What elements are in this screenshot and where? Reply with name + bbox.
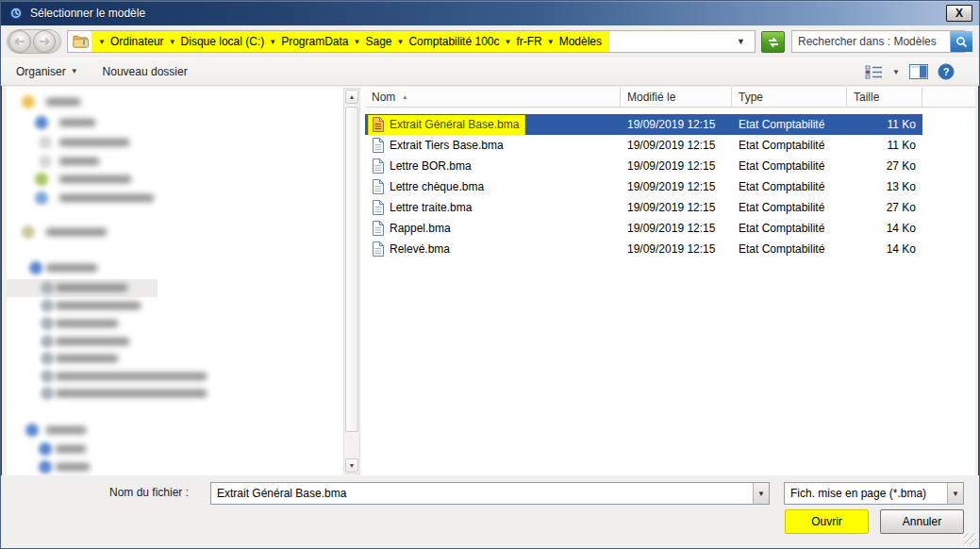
chevron-down-icon[interactable]: ▼ [164,38,181,46]
navigation-bar: ▼Ordinateur▼Disque local (C:)▼ProgramDat… [1,25,979,58]
filename-input[interactable] [211,483,753,504]
table-row[interactable]: Lettre traite.bma19/09/2019 12:15Etat Co… [365,197,922,218]
views-button[interactable] [865,64,883,79]
file-name: Extrait Général Base.bma [390,118,519,131]
chevron-down-icon[interactable]: ▼ [349,38,366,46]
filetype-value[interactable]: Fich. mise en page (*.bma) [785,483,947,504]
file-modified: 19/09/2019 12:15 [621,222,732,235]
file-size: 13 Ko [847,180,922,193]
filetype-dropdown-icon[interactable]: ▼ [947,483,963,504]
file-modified: 19/09/2019 12:15 [621,118,732,131]
help-icon: ? [938,63,955,80]
table-row[interactable]: Extrait Général Base.bma19/09/2019 12:15… [365,114,922,135]
open-button[interactable]: Ouvrir [785,509,869,534]
table-row[interactable]: Extrait Tiers Base.bma19/09/2019 12:15Et… [365,135,922,156]
sidebar-item-icon [39,155,52,168]
file-modified: 19/09/2019 12:15 [621,139,732,152]
sidebar-item-label-redacted [56,338,129,345]
sidebar-item-label-redacted [59,158,99,165]
breadcrumb-item[interactable]: ▼Ordinateur [93,35,164,48]
sidebar-item-icon [35,173,48,186]
column-header-label: Taille [854,91,879,104]
column-header-label: Type [739,91,763,104]
help-button[interactable]: ? [938,63,955,80]
open-label: Ouvrir [811,515,842,528]
breadcrumb-label: Disque local (C:) [181,35,265,48]
file-size: 11 Ko [847,139,922,152]
breadcrumb-item[interactable]: ▼Sage [349,35,392,48]
organize-label: Organiser [16,65,66,78]
chevron-down-icon: ▼ [71,67,78,75]
breadcrumb-label: Ordinateur [110,35,164,48]
table-row[interactable]: Rappel.bma19/09/2019 12:15Etat Comptabil… [365,218,922,239]
table-row[interactable]: Relevé.bma19/09/2019 12:15Etat Comptabil… [365,239,922,259]
cancel-label: Annuler [903,515,941,528]
close-button[interactable]: X [946,5,972,22]
sidebar-item-icon [41,387,54,400]
chevron-down-icon[interactable]: ▼ [542,38,559,46]
filename-dropdown-icon[interactable]: ▼ [753,483,769,504]
views-dropdown[interactable]: ▼ [892,68,900,76]
file-type: Etat Comptabilité [732,180,847,193]
sidebar-item-label-redacted [56,302,141,309]
new-folder-button[interactable]: Nouveau dossier [93,60,197,83]
arrow-left-icon [14,37,25,46]
breadcrumb-item[interactable]: ▼Comptabilité 100c [392,35,500,48]
breadcrumb-item[interactable]: ▼Modèles [542,35,602,48]
scrollbar-thumb[interactable] [345,107,358,432]
sidebar-item-label-redacted [56,445,86,453]
chevron-down-icon[interactable]: ▼ [93,38,110,46]
organize-button[interactable]: Organiser ▼ [7,60,88,83]
sidebar-item-label-redacted [59,139,129,146]
file-dialog-window: Sélectionner le modèle X ▼Ordinateur▼Dis… [0,0,980,549]
chevron-down-icon[interactable]: ▼ [264,38,281,46]
content-area: ▲ ▼ Nom▴Modifié leTypeTaille Extrait Gén… [7,87,975,477]
breadcrumb: ▼Ordinateur▼Disque local (C:)▼ProgramDat… [91,31,609,52]
sidebar-item-label-redacted [56,463,90,471]
file-modified: 19/09/2019 12:15 [621,242,732,256]
breadcrumb-item[interactable]: ▼Disque local (C:) [164,35,265,48]
file-size: 11 Ko [847,118,922,131]
table-row[interactable]: Lettre chèque.bma19/09/2019 12:15Etat Co… [365,176,922,197]
file-type: Etat Comptabilité [732,118,847,131]
column-header[interactable]: Type [732,87,847,107]
triangle-up-icon: ▲ [349,93,356,100]
sidebar-item-label-redacted [56,390,207,397]
address-dropdown-icon[interactable]: ▼ [729,37,753,46]
breadcrumb-label: Comptabilité 100c [408,35,499,48]
sidebar-item-icon [41,335,54,348]
breadcrumb-item[interactable]: ▼ProgramData [264,35,348,48]
sidebar-item-icon [22,95,35,108]
file-type: Etat Comptabilité [732,201,847,214]
chevron-down-icon[interactable]: ▼ [392,38,409,46]
search-button[interactable] [950,31,972,52]
column-header[interactable]: Taille [847,87,922,107]
file-name: Extrait Tiers Base.bma [390,139,504,152]
preview-pane-button[interactable] [909,64,928,79]
table-row[interactable]: Lettre BOR.bma19/09/2019 12:15Etat Compt… [365,156,922,176]
column-header[interactable]: Modifié le [621,87,732,107]
file-list-pane: Nom▴Modifié leTypeTaille Extrait Général… [365,87,975,477]
scroll-up-button[interactable]: ▲ [345,90,358,104]
file-name: Lettre BOR.bma [390,159,472,173]
file-type: Etat Comptabilité [732,159,847,173]
sidebar-item-icon [41,281,54,294]
refresh-button[interactable] [761,31,785,53]
sidebar-scrollbar[interactable]: ▲ ▼ [343,88,360,474]
breadcrumb-item[interactable]: ▼fr-FR [499,35,541,48]
address-bar[interactable]: ▼Ordinateur▼Disque local (C:)▼ProgramDat… [67,30,756,53]
back-button[interactable] [8,30,31,53]
forward-button[interactable] [33,30,56,53]
search-input[interactable] [792,32,950,51]
breadcrumb-label: Modèles [559,35,602,48]
sidebar-item-icon [39,442,52,456]
resize-grip[interactable] [964,533,976,545]
file-name: Rappel.bma [390,222,451,235]
chevron-down-icon[interactable]: ▼ [499,38,516,46]
file-name: Lettre chèque.bma [390,180,484,193]
cancel-button[interactable]: Annuler [880,509,964,534]
sidebar-item-icon [25,424,39,437]
column-header[interactable]: Nom▴ [365,87,621,107]
document-icon [372,221,384,236]
scroll-down-button[interactable]: ▼ [345,458,358,473]
